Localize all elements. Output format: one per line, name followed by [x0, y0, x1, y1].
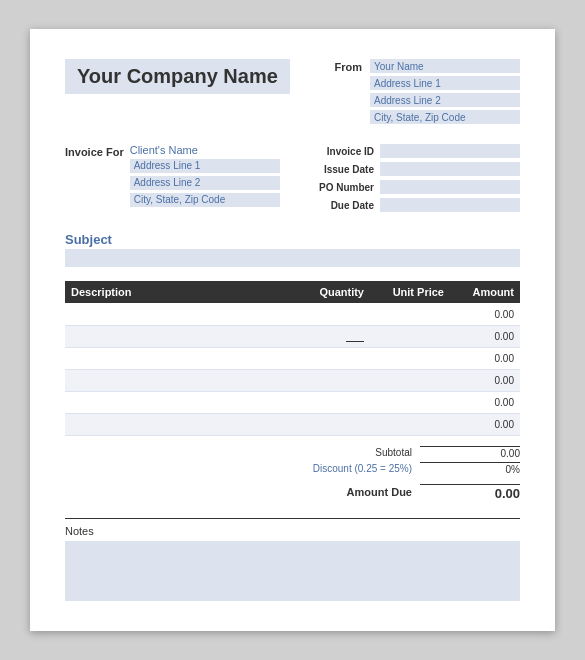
quantity-cell[interactable]: [290, 303, 370, 325]
po-number-label: PO Number: [299, 182, 374, 193]
subtotal-value: 0.00: [420, 446, 520, 459]
description-cell[interactable]: [65, 325, 290, 347]
header-section: Your Company Name From Your Name Address…: [65, 59, 520, 124]
issue-date-field[interactable]: [380, 162, 520, 176]
issue-date-label: Issue Date: [299, 164, 374, 175]
subject-section: Subject: [65, 232, 520, 267]
amount-due-row: Amount Due 0.00: [272, 484, 520, 501]
po-number-row: PO Number: [299, 180, 520, 194]
unit-price-cell[interactable]: [370, 303, 450, 325]
from-address2-field[interactable]: Address Line 2: [370, 93, 520, 107]
amount-header: Amount: [450, 281, 520, 303]
subtotal-row: Subtotal 0.00: [272, 446, 520, 459]
quantity-cell[interactable]: [290, 391, 370, 413]
unit-price-cell[interactable]: [370, 369, 450, 391]
discount-value: 0%: [420, 462, 520, 475]
amount-cell: 0.00: [450, 369, 520, 391]
invoice-table: Description Quantity Unit Price Amount 0…: [65, 281, 520, 436]
amount-cell: 0.00: [450, 303, 520, 325]
description-cell[interactable]: [65, 347, 290, 369]
unit-price-cell[interactable]: [370, 413, 450, 435]
amount-cell: 0.00: [450, 325, 520, 347]
unit-price-cell[interactable]: [370, 391, 450, 413]
client-city-field[interactable]: City, State, Zip Code: [130, 193, 280, 207]
invoice-id-field[interactable]: [380, 144, 520, 158]
po-number-field[interactable]: [380, 180, 520, 194]
discount-row: Discount (0.25 = 25%) 0%: [272, 462, 520, 475]
invoice-id-row: Invoice ID: [299, 144, 520, 158]
table-row[interactable]: 0.00: [65, 325, 520, 347]
description-cell[interactable]: [65, 369, 290, 391]
client-name-field[interactable]: Client's Name: [130, 144, 280, 156]
description-cell[interactable]: [65, 413, 290, 435]
description-cell[interactable]: [65, 391, 290, 413]
subject-label: Subject: [65, 232, 520, 247]
table-row[interactable]: 0.00: [65, 303, 520, 325]
invoice-details-block: Invoice ID Issue Date PO Number Due Date: [299, 144, 520, 212]
quantity-header: Quantity: [290, 281, 370, 303]
unit-price-cell[interactable]: [370, 325, 450, 347]
description-cell[interactable]: [65, 303, 290, 325]
table-row[interactable]: 0.00: [65, 391, 520, 413]
from-address1-field[interactable]: Address Line 1: [370, 76, 520, 90]
from-block: From Your Name Address Line 1 Address Li…: [335, 59, 521, 124]
amount-due-label: Amount Due: [272, 486, 412, 498]
client-address1-field[interactable]: Address Line 1: [130, 159, 280, 173]
company-name[interactable]: Your Company Name: [65, 59, 290, 94]
notes-section: Notes: [65, 518, 520, 601]
client-address2-field[interactable]: Address Line 2: [130, 176, 280, 190]
invoice-page: Your Company Name From Your Name Address…: [30, 29, 555, 631]
issue-date-row: Issue Date: [299, 162, 520, 176]
invoice-for-label: Invoice For: [65, 144, 124, 158]
quantity-cell[interactable]: [290, 325, 370, 347]
invoice-id-label: Invoice ID: [299, 146, 374, 157]
quantity-cell[interactable]: [290, 347, 370, 369]
invoice-for-left: Invoice For Client's Name Address Line 1…: [65, 144, 280, 212]
quantity-cell[interactable]: [290, 413, 370, 435]
from-fields: Your Name Address Line 1 Address Line 2 …: [370, 59, 520, 124]
subtotal-label: Subtotal: [272, 447, 412, 458]
table-row[interactable]: 0.00: [65, 369, 520, 391]
due-date-row: Due Date: [299, 198, 520, 212]
from-city-field[interactable]: City, State, Zip Code: [370, 110, 520, 124]
table-row[interactable]: 0.00: [65, 347, 520, 369]
notes-area[interactable]: [65, 541, 520, 601]
amount-cell: 0.00: [450, 347, 520, 369]
amount-cell: 0.00: [450, 391, 520, 413]
amount-due-value: 0.00: [420, 484, 520, 501]
quantity-cell[interactable]: [290, 369, 370, 391]
amount-cell: 0.00: [450, 413, 520, 435]
totals-section: Subtotal 0.00 Discount (0.25 = 25%) 0% A…: [65, 446, 520, 504]
unit-price-header: Unit Price: [370, 281, 450, 303]
subject-input[interactable]: [65, 249, 520, 267]
notes-label: Notes: [65, 525, 520, 537]
discount-label: Discount (0.25 = 25%): [272, 463, 412, 474]
due-date-field[interactable]: [380, 198, 520, 212]
description-header: Description: [65, 281, 290, 303]
from-label: From: [335, 59, 363, 73]
from-name-field[interactable]: Your Name: [370, 59, 520, 73]
invoice-for-section: Invoice For Client's Name Address Line 1…: [65, 144, 520, 212]
table-row[interactable]: 0.00: [65, 413, 520, 435]
unit-price-cell[interactable]: [370, 347, 450, 369]
invoice-for-fields: Client's Name Address Line 1 Address Lin…: [130, 144, 280, 207]
due-date-label: Due Date: [299, 200, 374, 211]
